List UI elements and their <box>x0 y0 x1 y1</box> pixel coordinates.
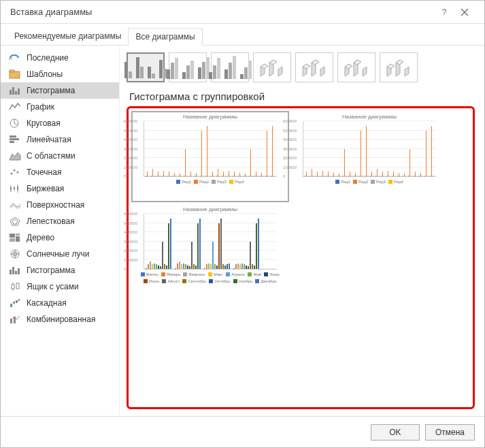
chart-type-icon <box>9 314 21 325</box>
svg-rect-22 <box>10 234 15 238</box>
chart-type-icon <box>9 85 21 96</box>
cancel-button[interactable]: Отмена <box>425 424 475 441</box>
chart-preview-2[interactable]: Название диаграммы 010000020000030000040… <box>292 112 447 201</box>
sidebar-item-label: Гистограмма <box>27 266 75 275</box>
window-title: Вставка диаграммы <box>10 7 434 17</box>
sidebar-item-11[interactable]: Дерево <box>1 229 119 246</box>
preview-area: Название диаграммы 010000020000030000040… <box>127 106 475 409</box>
sidebar-item-label: Гистограмма <box>27 86 75 95</box>
sidebar-item-1[interactable]: Шаблоны <box>1 66 119 82</box>
sidebar-item-label: Биржевая <box>27 184 64 193</box>
svg-rect-41 <box>18 299 20 301</box>
sidebar-item-8[interactable]: Биржевая <box>1 180 119 197</box>
preview-title: Название диаграммы <box>133 205 288 212</box>
chart-subtype-5[interactable] <box>337 52 375 82</box>
titlebar: Вставка диаграммы ? <box>1 1 484 24</box>
ok-button[interactable]: OK <box>371 424 420 441</box>
sidebar-item-12[interactable]: Солнечные лучи <box>1 246 119 262</box>
sidebar-item-16[interactable]: Комбинированная <box>1 311 119 327</box>
svg-rect-37 <box>16 283 19 289</box>
preview-title: Название диаграммы <box>133 112 288 120</box>
sidebar-item-4[interactable]: Круговая <box>1 115 119 131</box>
sidebar-item-label: С областями <box>27 151 76 161</box>
preview-chart: 0100000200000300000400000500000600000 <box>144 121 277 177</box>
svg-rect-19 <box>17 187 18 190</box>
preview-legend: МесяцЯнварьФевральМартАпрельМайИюньИюльА… <box>133 270 288 283</box>
chart-type-icon <box>9 281 21 292</box>
svg-point-13 <box>17 172 19 174</box>
svg-marker-21 <box>12 219 18 224</box>
svg-rect-31 <box>12 267 14 274</box>
chart-subtype-3[interactable] <box>253 52 291 82</box>
sidebar-item-label: Солнечные лучи <box>27 249 89 259</box>
svg-rect-33 <box>18 268 20 274</box>
chart-type-icon <box>9 232 21 243</box>
close-icon <box>461 8 469 16</box>
sidebar-item-label: Последние <box>27 53 69 63</box>
sidebar-item-9[interactable]: Поверхностная <box>1 197 119 213</box>
chart-type-icon <box>9 249 21 259</box>
dialog-footer: OK Отмена <box>1 416 484 447</box>
subtype-title: Гистограмма с группировкой <box>127 89 475 106</box>
chart-preview-1[interactable]: Название диаграммы 010000020000030000040… <box>133 112 288 201</box>
sidebar-item-5[interactable]: Линейчатая <box>1 131 119 148</box>
sidebar-item-label: Дерево <box>27 233 54 242</box>
chart-type-icon <box>9 298 21 308</box>
sidebar-item-label: Шаблоны <box>27 69 63 79</box>
chart-type-icon <box>9 216 21 227</box>
chart-subtype-1[interactable] <box>169 52 207 82</box>
chart-preview-3[interactable]: Название диаграммы 010000020000030000040… <box>133 205 288 293</box>
svg-point-11 <box>11 173 13 175</box>
close-button[interactable] <box>454 2 475 22</box>
chart-type-icon <box>9 265 21 276</box>
svg-rect-30 <box>10 270 12 274</box>
sidebar-item-14[interactable]: Ящик с усами <box>1 278 119 295</box>
preview-legend: Ряд1Ряд2Ряд3Ряд4 <box>133 177 288 184</box>
chart-type-icon <box>9 150 21 161</box>
sidebar-item-label: Линейчатая <box>27 135 71 144</box>
sidebar-item-15[interactable]: Каскадная <box>1 295 119 311</box>
help-button[interactable]: ? <box>434 2 454 22</box>
main-pane: Гистограмма с группировкой Название диаг… <box>120 46 484 416</box>
svg-rect-4 <box>15 91 17 95</box>
chart-subtype-4[interactable] <box>295 52 333 82</box>
svg-point-12 <box>14 170 16 172</box>
svg-rect-38 <box>10 304 12 307</box>
chart-subtype-0[interactable] <box>127 52 165 82</box>
sidebar-item-label: Круговая <box>27 118 61 128</box>
svg-rect-3 <box>12 87 14 95</box>
svg-rect-1 <box>10 70 14 72</box>
tab-recommended[interactable]: Рекомендуемые диаграммы <box>7 28 128 45</box>
svg-rect-5 <box>18 89 20 95</box>
sidebar-item-0[interactable]: Последние <box>1 50 119 66</box>
svg-rect-9 <box>10 141 14 143</box>
sidebar-item-10[interactable]: Лепестковая <box>1 213 119 229</box>
chart-type-sidebar: ПоследниеШаблоныГистограммаГрафикКругова… <box>1 46 120 416</box>
chart-subtype-row <box>127 52 475 89</box>
svg-rect-23 <box>16 234 20 236</box>
sidebar-item-3[interactable]: График <box>1 99 119 115</box>
svg-rect-25 <box>10 238 15 242</box>
chart-type-icon <box>9 167 21 178</box>
chart-type-icon <box>9 183 21 194</box>
sidebar-item-2[interactable]: Гистограмма <box>1 82 119 99</box>
svg-rect-24 <box>16 236 20 242</box>
svg-marker-10 <box>10 153 20 160</box>
sidebar-item-7[interactable]: Точечная <box>1 164 119 180</box>
svg-rect-34 <box>12 285 14 289</box>
insert-chart-dialog: Вставка диаграммы ? Рекомендуемые диагра… <box>0 0 485 448</box>
preview-chart: 0100000200000300000400000500000600000 <box>303 121 436 177</box>
preview-legend: Ряд1Ряд2Ряд3Ряд4 <box>292 177 447 184</box>
tab-all[interactable]: Все диаграммы <box>128 28 202 46</box>
sidebar-item-label: Поверхностная <box>27 200 84 210</box>
chart-subtype-2[interactable] <box>211 52 249 82</box>
chart-type-icon <box>9 52 21 63</box>
svg-rect-40 <box>16 300 18 303</box>
sidebar-item-13[interactable]: Гистограмма <box>1 262 119 278</box>
chart-subtype-6[interactable] <box>380 52 418 82</box>
sidebar-item-label: Лепестковая <box>27 217 75 226</box>
sidebar-item-label: График <box>27 102 54 112</box>
sidebar-item-6[interactable]: С областями <box>1 148 119 164</box>
chart-type-icon <box>9 69 21 80</box>
svg-rect-8 <box>10 138 19 140</box>
